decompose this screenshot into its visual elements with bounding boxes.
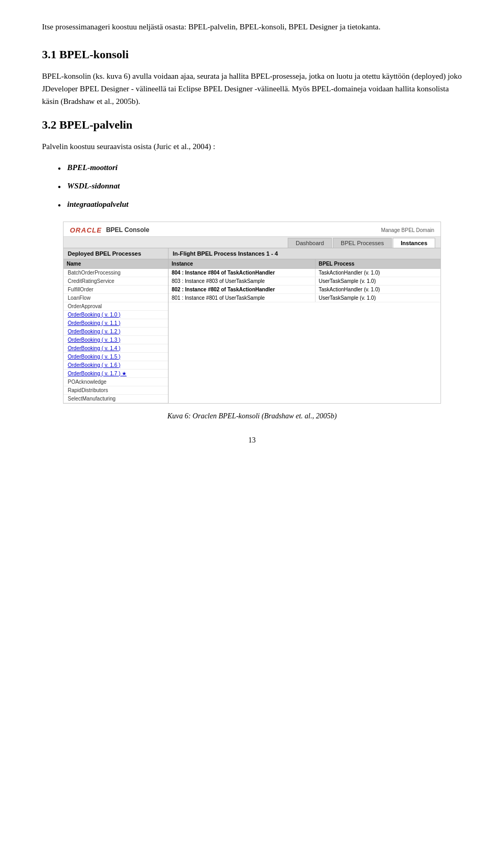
section-32-number: 3.2 — [42, 118, 57, 131]
inflight-section-title: In-Flight BPEL Process Instances 1 - 4 — [169, 248, 440, 259]
section-31-number: 3.1 — [42, 48, 57, 61]
instance-label-0[interactable]: 804 : Instance #804 of TaskActionHandler — [169, 269, 316, 277]
section-31-heading: 3.1 BPEL-konsoli — [42, 48, 462, 61]
process-item-4: OrderApproval — [64, 302, 168, 311]
list-item-2: WSDL-sidonnat — [58, 182, 462, 191]
console-two-col: Deployed BPEL Processes Name BatchOrderP… — [64, 248, 440, 403]
process-item-9[interactable]: OrderBooking ( v. 1.4 ) — [64, 344, 168, 353]
instance-col-header: Instance — [169, 259, 316, 268]
process-item-2: FulfillOrder — [64, 286, 168, 294]
process-item-6[interactable]: OrderBooking ( v. 1.1 ) — [64, 319, 168, 328]
feature-list: BPEL-moottori WSDL-sidonnat integraatiop… — [58, 163, 462, 209]
process-item-10[interactable]: OrderBooking ( v. 1.5 ) — [64, 353, 168, 361]
instance-label-1[interactable]: 803 : Instance #803 of UserTaskSample — [169, 277, 316, 285]
process-item-7[interactable]: OrderBooking ( v. 1.2 ) — [64, 328, 168, 336]
process-item-12[interactable]: OrderBooking ( v. 1.7 ) ★ — [64, 370, 168, 378]
bpel-console-screenshot: ORACLE BPEL Console Manage BPEL Domain D… — [63, 222, 441, 404]
console-title: BPEL Console — [106, 226, 149, 234]
console-tabs: Dashboard BPEL Processes Instances — [64, 237, 440, 248]
instance-row-0: 804 : Instance #804 of TaskActionHandler… — [169, 269, 440, 277]
instance-process-2: TaskActionHandler (v. 1.0) — [316, 286, 440, 293]
process-item-3: LoanFlow — [64, 294, 168, 302]
process-item-5[interactable]: OrderBooking ( v. 1.0 ) — [64, 311, 168, 319]
manage-domain-label: Manage BPEL Domain — [381, 227, 434, 233]
process-item-11[interactable]: OrderBooking ( v. 1.6 ) — [64, 361, 168, 370]
name-col-header: Name — [64, 259, 168, 269]
tab-bpel-processes[interactable]: BPEL Processes — [333, 238, 392, 248]
oracle-label: ORACLE — [70, 226, 102, 234]
process-item-8[interactable]: OrderBooking ( v. 1.3 ) — [64, 336, 168, 344]
list-item-3: integraatiopalvelut — [58, 200, 462, 209]
process-col-header: BPEL Process — [316, 259, 440, 268]
oracle-logo: ORACLE BPEL Console — [70, 226, 149, 234]
section-31-paragraph: BPEL-konsolin (ks. kuva 6) avulla voidaa… — [42, 70, 462, 108]
deployed-section-title: Deployed BPEL Processes — [64, 248, 168, 259]
intro-paragraph: Itse prosessimanageri koostuu neljästä o… — [42, 21, 462, 33]
deployed-processes-col: Deployed BPEL Processes Name BatchOrderP… — [64, 248, 169, 403]
instance-process-3: UserTaskSample (v. 1.0) — [316, 294, 440, 302]
instance-row-2: 802 : Instance #802 of TaskActionHandler… — [169, 286, 440, 294]
inflight-instances-col: In-Flight BPEL Process Instances 1 - 4 I… — [169, 248, 440, 403]
instance-row-3: 801 : Instance #801 of UserTaskSample Us… — [169, 294, 440, 302]
instance-row-1: 803 : Instance #803 of UserTaskSample Us… — [169, 277, 440, 286]
page-number: 13 — [42, 436, 462, 445]
instance-col-headers: Instance BPEL Process — [169, 259, 440, 269]
process-item-15: SelectManufacturing — [64, 395, 168, 403]
section-32-title: BPEL-palvelin — [59, 118, 132, 131]
process-item-0: BatchOrderProcessing — [64, 269, 168, 277]
section-32-paragraph: Palvelin koostuu seuraavista osista (Jur… — [42, 140, 462, 153]
tab-instances[interactable]: Instances — [393, 238, 435, 248]
list-item-1: BPEL-moottori — [58, 163, 462, 172]
instance-process-0: TaskActionHandler (v. 1.0) — [316, 269, 440, 277]
process-item-14: RapidDistributors — [64, 386, 168, 395]
instance-label-3[interactable]: 801 : Instance #801 of UserTaskSample — [169, 294, 316, 302]
console-header: ORACLE BPEL Console Manage BPEL Domain — [64, 222, 440, 237]
tab-dashboard[interactable]: Dashboard — [288, 238, 332, 248]
section-32-heading: 3.2 BPEL-palvelin — [42, 118, 462, 132]
section-31-title: BPEL-konsoli — [59, 48, 129, 61]
process-item-13: POAcknowledge — [64, 378, 168, 386]
process-item-1: CreditRatingService — [64, 277, 168, 286]
console-body: Deployed BPEL Processes Name BatchOrderP… — [64, 248, 440, 403]
instance-process-1: UserTaskSample (v. 1.0) — [316, 277, 440, 285]
figure-caption: Kuva 6: Oraclen BPEL-konsoli (Bradshaw e… — [42, 412, 462, 420]
instance-label-2[interactable]: 802 : Instance #802 of TaskActionHandler — [169, 286, 316, 293]
